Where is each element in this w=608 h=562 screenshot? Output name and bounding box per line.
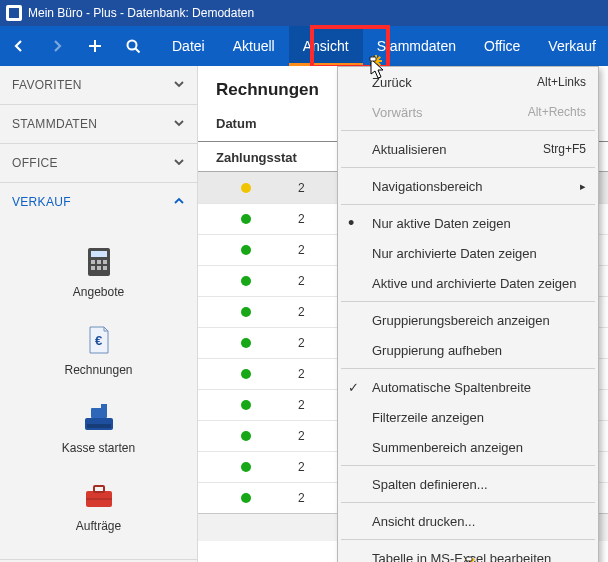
chevron-down-icon xyxy=(173,156,185,171)
sidebar-section-verkauf[interactable]: VERKAUF xyxy=(0,183,197,221)
menu-item-spalten-definieren[interactable]: Spalten definieren... xyxy=(338,469,598,499)
menu-item-office[interactable]: Office xyxy=(470,26,534,66)
menu-item-label: Filterzeile anzeigen xyxy=(372,410,484,425)
cashreg-icon xyxy=(80,401,118,435)
menu-item-nur-archivierte-daten-zeigen[interactable]: Nur archivierte Daten zeigen xyxy=(338,238,598,268)
menu-item-label: Spalten definieren... xyxy=(372,477,488,492)
menu-shortcut: Alt+Links xyxy=(537,75,586,89)
invoice-icon: € xyxy=(80,323,118,357)
menu-item-aktualisieren[interactable]: AktualisierenStrg+F5 xyxy=(338,134,598,164)
status-dot-icon xyxy=(241,276,251,286)
menu-separator xyxy=(341,301,595,302)
svg-rect-13 xyxy=(101,404,107,410)
menu-item-datei[interactable]: Datei xyxy=(158,26,219,66)
status-dot-icon xyxy=(241,431,251,441)
chevron-up-icon xyxy=(173,195,185,210)
menu-item-tabelle-in-ms-excel-bearbeiten[interactable]: Tabelle in MS-Excel bearbeiten xyxy=(338,543,598,562)
sidebar-section-label: OFFICE xyxy=(12,156,58,170)
sidebar-tile-rechnungen[interactable]: €Rechnungen xyxy=(0,323,197,377)
date-cell: 2 xyxy=(294,274,305,288)
main-toolbar: DateiAktuellAnsichtStammdatenOfficeVerka… xyxy=(0,26,608,66)
svg-rect-11 xyxy=(87,424,111,428)
menu-item-stammdaten[interactable]: Stammdaten xyxy=(363,26,470,66)
forward-button[interactable] xyxy=(38,39,76,53)
add-button[interactable] xyxy=(76,38,114,54)
menu-bar: DateiAktuellAnsichtStammdatenOfficeVerka… xyxy=(158,26,608,66)
menu-item-gruppierung-aufheben[interactable]: Gruppierung aufheben xyxy=(338,335,598,365)
sidebar-section-favoriten[interactable]: FAVORITEN xyxy=(0,66,197,104)
menu-item-label: Tabelle in MS-Excel bearbeiten xyxy=(372,551,551,563)
chevron-down-icon xyxy=(173,117,185,132)
status-dot-icon xyxy=(241,493,251,503)
status-cell xyxy=(198,245,294,255)
menu-item-summenbereich-anzeigen[interactable]: Summenbereich anzeigen xyxy=(338,432,598,462)
menu-separator xyxy=(341,502,595,503)
status-cell xyxy=(198,400,294,410)
status-dot-icon xyxy=(241,338,251,348)
svg-text:€: € xyxy=(95,333,102,348)
menu-separator xyxy=(341,130,595,131)
sidebar-section-stammdaten[interactable]: STAMMDATEN xyxy=(0,105,197,143)
menu-item-label: Ansicht drucken... xyxy=(372,514,475,529)
svg-rect-7 xyxy=(97,266,101,270)
menu-item-verkauf[interactable]: Verkauf xyxy=(534,26,608,66)
radio-mark-icon: • xyxy=(348,213,354,234)
menu-item-gruppierungsbereich-anzeigen[interactable]: Gruppierungsbereich anzeigen xyxy=(338,305,598,335)
svg-point-0 xyxy=(128,41,137,50)
menu-item-label: Nur archivierte Daten zeigen xyxy=(372,246,537,261)
menu-shortcut: Strg+F5 xyxy=(543,142,586,156)
menu-separator xyxy=(341,204,595,205)
menu-item-navigationsbereich[interactable]: Navigationsbereich▸ xyxy=(338,171,598,201)
menu-shortcut: Alt+Rechts xyxy=(528,105,586,119)
status-cell xyxy=(198,493,294,503)
chevron-right-icon: ▸ xyxy=(580,180,586,193)
status-dot-icon xyxy=(241,183,251,193)
sidebar-tile-kasse-starten[interactable]: Kasse starten xyxy=(0,401,197,455)
status-dot-icon xyxy=(241,307,251,317)
status-cell xyxy=(198,307,294,317)
menu-separator xyxy=(341,465,595,466)
menu-item-ansicht[interactable]: Ansicht xyxy=(289,26,363,66)
menu-item-zur-ck[interactable]: ZurückAlt+Links xyxy=(338,67,598,97)
menu-item-label: Nur aktive Daten zeigen xyxy=(372,216,511,231)
window-title: Mein Büro - Plus - Datenbank: Demodaten xyxy=(28,6,254,20)
status-dot-icon xyxy=(241,214,251,224)
check-mark-icon: ✓ xyxy=(348,380,359,395)
menu-item-nur-aktive-daten-zeigen[interactable]: •Nur aktive Daten zeigen xyxy=(338,208,598,238)
menu-item-aktive-und-archivierte-daten-zeigen[interactable]: Aktive und archivierte Daten zeigen xyxy=(338,268,598,298)
date-cell: 2 xyxy=(294,491,305,505)
back-button[interactable] xyxy=(0,39,38,53)
menu-item-automatische-spaltenbreite[interactable]: ✓Automatische Spaltenbreite xyxy=(338,372,598,402)
menu-item-label: Gruppierungsbereich anzeigen xyxy=(372,313,550,328)
menu-item-label: Aktualisieren xyxy=(372,142,446,157)
tile-label: Rechnungen xyxy=(64,363,132,377)
search-button[interactable] xyxy=(114,38,152,54)
status-cell xyxy=(198,462,294,472)
menu-item-label: Vorwärts xyxy=(372,105,423,120)
status-dot-icon xyxy=(241,462,251,472)
date-cell: 2 xyxy=(294,398,305,412)
date-cell: 2 xyxy=(294,243,305,257)
status-dot-icon xyxy=(241,400,251,410)
titlebar: Mein Büro - Plus - Datenbank: Demodaten xyxy=(0,0,608,26)
svg-rect-3 xyxy=(91,260,95,264)
status-dot-icon xyxy=(241,369,251,379)
menu-item-aktuell[interactable]: Aktuell xyxy=(219,26,289,66)
svg-rect-6 xyxy=(91,266,95,270)
menu-item-label: Automatische Spaltenbreite xyxy=(372,380,531,395)
sidebar-tile-angebote[interactable]: Angebote xyxy=(0,245,197,299)
calculator-icon xyxy=(80,245,118,279)
svg-rect-5 xyxy=(103,260,107,264)
menu-item-ansicht-drucken[interactable]: Ansicht drucken... xyxy=(338,506,598,536)
svg-rect-15 xyxy=(94,486,104,492)
tile-label: Aufträge xyxy=(76,519,121,533)
status-dot-icon xyxy=(241,245,251,255)
sidebar-section-office[interactable]: OFFICE xyxy=(0,144,197,182)
menu-item-filterzeile-anzeigen[interactable]: Filterzeile anzeigen xyxy=(338,402,598,432)
app-body: FAVORITENSTAMMDATENOFFICEVERKAUFAngebote… xyxy=(0,66,608,562)
briefcase-icon xyxy=(80,479,118,513)
sidebar-tile-aufträge[interactable]: Aufträge xyxy=(0,479,197,533)
menu-item-label: Navigationsbereich xyxy=(372,179,483,194)
status-cell xyxy=(198,431,294,441)
svg-rect-16 xyxy=(86,498,112,500)
